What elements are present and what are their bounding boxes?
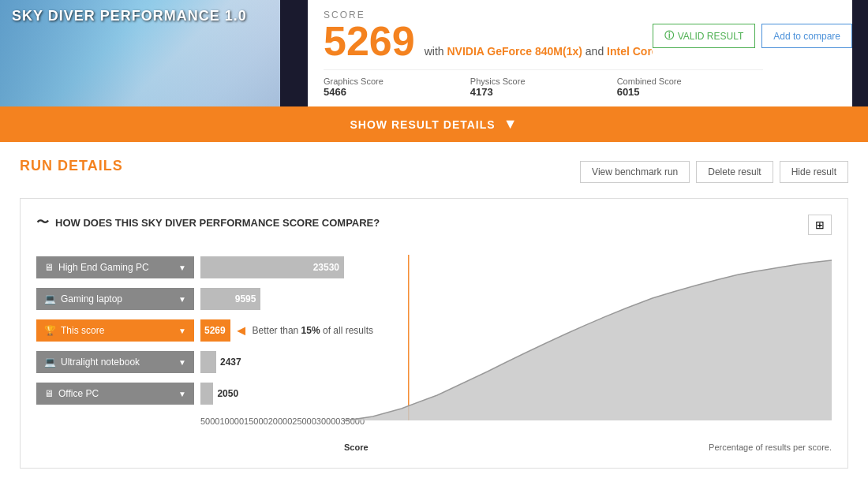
- header-buttons: ⓘ VALID RESULT Add to compare: [653, 12, 852, 60]
- bar-label-high-end[interactable]: 🖥High End Gaming PC ▼: [36, 256, 194, 278]
- bar-value-office-pc: 2050: [213, 388, 238, 399]
- bar-chart: 🖥High End Gaming PC ▼ 23530 💻Gaming lapt…: [36, 255, 344, 452]
- page-header: SKY DIVER PERFORMANCE 1.0 SCORE 5269 wit…: [0, 0, 868, 106]
- bar-track-high-end: 23530: [200, 255, 344, 280]
- run-actions: View benchmark run Delete result Hide re…: [580, 161, 848, 183]
- bar-row-office-pc: 🖥Office PC ▼ 2050: [36, 381, 344, 406]
- bar-label-office-pc[interactable]: 🖥Office PC ▼: [36, 383, 194, 405]
- dropdown-icon: ▼: [178, 263, 186, 272]
- bar-fill-ultralight: [200, 351, 216, 373]
- physics-score-label: Physics Score: [470, 77, 617, 86]
- bar-fill-gaming-laptop: 9595: [200, 288, 260, 310]
- score-value: 5269: [324, 21, 415, 62]
- combined-score-value: 6015: [617, 86, 764, 98]
- page-title: SKY DIVER PERFORMANCE 1.0: [12, 8, 247, 24]
- laptop-icon: 💻: [44, 293, 56, 304]
- bar-value-this-score: 5269: [200, 325, 226, 336]
- chevron-down-icon: ▼: [503, 116, 518, 133]
- bar-label-gaming-laptop[interactable]: 💻Gaming laptop ▼: [36, 288, 194, 310]
- physics-score-value: 4173: [470, 86, 617, 98]
- bar-fill-high-end: 23530: [200, 256, 344, 278]
- dropdown-icon: ▼: [178, 390, 186, 398]
- bar-track-office-pc: 2050: [200, 381, 344, 406]
- bar-value-high-end: 23530: [309, 262, 339, 273]
- bar-label-ultralight[interactable]: 💻Ultralight notebook ▼: [36, 351, 194, 373]
- graphics-score-metric: Graphics Score 5466: [324, 77, 470, 98]
- trophy-icon: 🏆: [44, 325, 56, 336]
- chart-footer: Score Percentage of results per score.: [344, 443, 832, 452]
- physics-score-metric: Physics Score 4173: [470, 77, 617, 98]
- bar-label-this-score[interactable]: 🏆This score ▼: [36, 319, 194, 342]
- dropdown-icon: ▼: [178, 327, 186, 335]
- combined-score-metric: Combined Score 6015: [617, 77, 764, 98]
- bar-fill-office-pc: [200, 383, 213, 405]
- view-benchmark-button[interactable]: View benchmark run: [580, 161, 690, 183]
- show-result-label: SHOW RESULT DETAILS: [350, 118, 496, 131]
- bar-fill-this-score: 5269: [200, 319, 230, 342]
- bar-track-ultralight: 2437: [200, 349, 344, 375]
- compare-section: 〜 HOW DOES THIS SKY DIVER PERFORMANCE SC…: [20, 198, 848, 469]
- valid-result-button[interactable]: ⓘ VALID RESULT: [653, 24, 756, 48]
- chart-icon: 〜: [36, 215, 49, 231]
- dropdown-icon: ▼: [178, 358, 186, 367]
- header-image: SKY DIVER PERFORMANCE 1.0: [0, 0, 280, 106]
- bar-value-ultralight: 2437: [216, 357, 241, 368]
- bar-track-gaming-laptop: 9595: [200, 286, 344, 312]
- score-metrics: Graphics Score 5466 Physics Score 4173 C…: [324, 69, 763, 98]
- chart-score-label: Score: [344, 443, 369, 452]
- run-details-header: RUN DETAILS View benchmark run Delete re…: [20, 158, 848, 186]
- dropdown-icon: ▼: [178, 295, 186, 304]
- score-section: SCORE 5269 with NVIDIA GeForce 840M(1x) …: [308, 0, 852, 106]
- delete-result-button[interactable]: Delete result: [696, 161, 773, 183]
- hide-result-button[interactable]: Hide result: [780, 161, 848, 183]
- compare-header: 〜 HOW DOES THIS SKY DIVER PERFORMANCE SC…: [36, 215, 832, 243]
- expand-button[interactable]: ⊞: [808, 215, 832, 235]
- graphics-score-label: Graphics Score: [324, 77, 470, 86]
- compare-title: 〜 HOW DOES THIS SKY DIVER PERFORMANCE SC…: [36, 215, 380, 231]
- bar-row-this-score: 🏆This score ▼ 5269 ◄ Better than 15% of …: [36, 318, 344, 343]
- laptop-icon: 🖥: [44, 262, 54, 273]
- run-details-title: RUN DETAILS: [20, 158, 123, 174]
- bar-value-gaming-laptop: 9595: [231, 293, 256, 304]
- gpu-name: NVIDIA GeForce 840M(1x): [447, 45, 582, 58]
- chart-pct-label: Percentage of results per score.: [709, 443, 832, 452]
- distribution-chart: [344, 255, 832, 436]
- graphics-score-value: 5466: [324, 86, 470, 98]
- better-pct: 15%: [301, 325, 320, 336]
- bar-row-gaming-laptop: 💻Gaming laptop ▼ 9595: [36, 286, 344, 312]
- laptop-icon: 💻: [44, 357, 56, 368]
- bar-row-high-end: 🖥High End Gaming PC ▼ 23530: [36, 255, 344, 280]
- chart-container: 🖥High End Gaming PC ▼ 23530 💻Gaming lapt…: [36, 255, 832, 452]
- combined-score-label: Combined Score: [617, 77, 764, 86]
- info-icon: ⓘ: [664, 29, 674, 43]
- add-to-compare-button[interactable]: Add to compare: [761, 24, 852, 48]
- bar-row-ultralight: 💻Ultralight notebook ▼ 2437: [36, 349, 344, 375]
- x-axis-labels: 5000 10000 15000 20000 25000 30000 35000: [200, 413, 344, 426]
- desktop-icon: 🖥: [44, 388, 54, 399]
- show-result-banner[interactable]: SHOW RESULT DETAILS ▼: [0, 106, 868, 142]
- run-details-section: RUN DETAILS View benchmark run Delete re…: [0, 142, 868, 478]
- arrow-left-icon: ◄: [234, 323, 249, 339]
- curve-chart: Score Percentage of results per score.: [344, 255, 832, 452]
